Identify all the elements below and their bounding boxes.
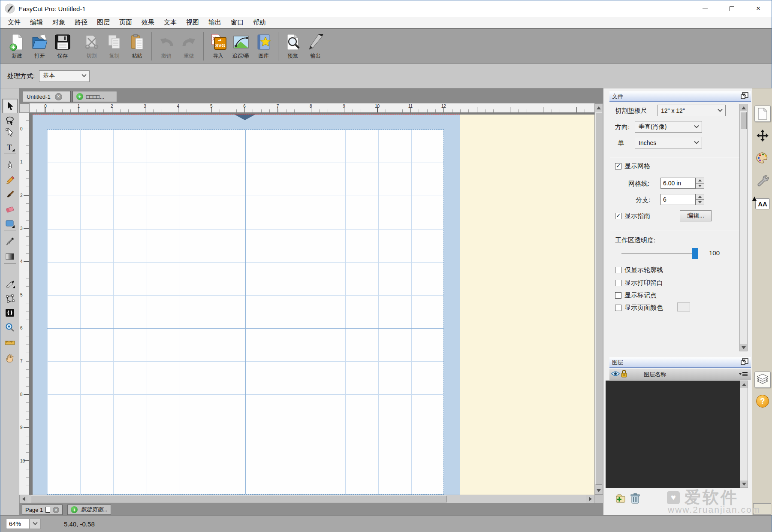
save-button[interactable]: 保存 bbox=[51, 33, 74, 60]
node-edit-tool[interactable] bbox=[4, 292, 15, 305]
maximize-button[interactable] bbox=[718, 0, 745, 17]
menu-file[interactable]: 文件 bbox=[3, 18, 25, 27]
layer-lock-icon[interactable] bbox=[621, 370, 627, 379]
layer-visibility-eye-icon[interactable] bbox=[611, 371, 620, 378]
gridline-stepper[interactable] bbox=[696, 178, 704, 189]
zoom-dropdown-button[interactable] bbox=[30, 519, 41, 529]
import-button[interactable]: SVG 导入 bbox=[207, 33, 229, 60]
scroll-down-button[interactable] bbox=[740, 481, 748, 487]
shape-tool[interactable] bbox=[4, 217, 15, 230]
select-tool[interactable] bbox=[2, 99, 18, 113]
vertical-scroll-thumb[interactable] bbox=[595, 112, 602, 485]
knife-tool[interactable] bbox=[4, 277, 15, 290]
tab-page-1[interactable]: Page 1 × bbox=[22, 505, 63, 515]
pan-hand-tool[interactable] bbox=[4, 351, 15, 364]
minimize-button[interactable] bbox=[692, 0, 718, 17]
trace-button[interactable]: 追踪/摹 bbox=[229, 33, 252, 60]
contour-tool[interactable] bbox=[4, 306, 15, 319]
show-grid-checkbox[interactable]: 显示网格 bbox=[615, 162, 650, 170]
horizontal-scrollbar[interactable] bbox=[19, 495, 594, 503]
opacity-slider-handle[interactable] bbox=[692, 248, 698, 259]
scroll-down-button[interactable] bbox=[595, 487, 603, 494]
scroll-down-button[interactable] bbox=[740, 344, 747, 351]
zoom-level-input[interactable]: 64% bbox=[6, 519, 29, 529]
layers-menu-icon[interactable] bbox=[739, 371, 748, 378]
edit-guides-button[interactable]: 编辑... bbox=[680, 210, 712, 221]
tab-close-icon[interactable]: × bbox=[55, 93, 62, 100]
tab-new-document[interactable]: + □□□□... bbox=[72, 91, 117, 102]
menu-view[interactable]: 视图 bbox=[181, 18, 204, 27]
pen-tool[interactable] bbox=[4, 159, 15, 172]
scroll-up-button[interactable] bbox=[740, 381, 748, 388]
undo-button[interactable]: 撤销 bbox=[155, 33, 178, 60]
subdivisions-stepper[interactable] bbox=[696, 194, 704, 205]
paste-button[interactable]: 粘贴 bbox=[126, 33, 148, 60]
vertical-scrollbar[interactable] bbox=[594, 103, 603, 495]
close-button[interactable]: × bbox=[745, 0, 772, 17]
opacity-slider-track[interactable] bbox=[621, 253, 694, 254]
menu-window[interactable]: 窗口 bbox=[226, 18, 248, 27]
dock-file-page-icon[interactable] bbox=[754, 106, 771, 122]
scroll-up-button[interactable] bbox=[595, 104, 603, 112]
file-panel-scroll-thumb[interactable] bbox=[740, 112, 747, 129]
open-button[interactable]: 打开 bbox=[28, 33, 51, 60]
scroll-left-button[interactable] bbox=[20, 495, 27, 503]
gridline-input[interactable] bbox=[660, 178, 696, 189]
dock-layers-icon[interactable] bbox=[754, 372, 771, 388]
show-guides-checkbox[interactable]: 显示指南 bbox=[615, 212, 650, 220]
tab-new-page[interactable]: + 新建页面... bbox=[67, 505, 111, 515]
eraser-tool[interactable] bbox=[4, 203, 15, 216]
eyedropper-tool[interactable] bbox=[4, 235, 15, 248]
redo-button[interactable]: 重做 bbox=[178, 33, 200, 60]
scroll-right-button[interactable] bbox=[586, 495, 594, 503]
menu-help[interactable]: 帮助 bbox=[248, 18, 271, 27]
dock-wrench-icon[interactable] bbox=[754, 172, 771, 189]
zoom-tool[interactable] bbox=[4, 321, 15, 334]
output-button[interactable]: 输出 bbox=[304, 33, 327, 60]
canvas-viewport[interactable] bbox=[30, 113, 594, 495]
popout-icon[interactable] bbox=[741, 92, 748, 100]
menu-effects[interactable]: 效果 bbox=[137, 18, 159, 27]
delete-layer-trash-icon[interactable] bbox=[630, 493, 640, 506]
new-button[interactable]: 新建 bbox=[6, 33, 28, 60]
menu-output[interactable]: 输出 bbox=[204, 18, 226, 27]
pencil-tool[interactable] bbox=[4, 174, 15, 187]
process-mode-select[interactable]: 基本 bbox=[39, 70, 90, 82]
tab-untitled-1[interactable]: Untitled-1 × bbox=[23, 91, 71, 102]
menu-object[interactable]: 对象 bbox=[48, 18, 70, 27]
dock-help-icon[interactable]: ? bbox=[754, 393, 771, 409]
layers-panel-scrollbar[interactable] bbox=[740, 381, 748, 488]
direct-select-tool[interactable] bbox=[4, 126, 15, 139]
print-margin-checkbox[interactable]: 显示打印留白 bbox=[615, 279, 663, 287]
page-color-checkbox[interactable]: 显示页面颜色 bbox=[615, 304, 663, 312]
measure-ruler-tool[interactable] bbox=[4, 336, 15, 349]
dock-palette-icon[interactable] bbox=[754, 150, 771, 166]
add-layer-button[interactable] bbox=[614, 493, 626, 506]
menu-layer[interactable]: 图层 bbox=[92, 18, 115, 27]
subdivisions-input[interactable] bbox=[660, 194, 696, 205]
gradient-tool[interactable] bbox=[4, 250, 15, 263]
page-close-icon[interactable]: × bbox=[53, 507, 59, 513]
menu-edit[interactable]: 编辑 bbox=[25, 18, 48, 27]
file-panel-scrollbar[interactable] bbox=[739, 104, 748, 351]
text-tool[interactable]: T bbox=[4, 141, 15, 154]
library-button[interactable]: 图库 bbox=[252, 33, 275, 60]
cut-button[interactable]: 切割 bbox=[80, 33, 103, 60]
horizontal-scroll-thumb[interactable] bbox=[31, 496, 447, 502]
preview-button[interactable]: 预览 bbox=[281, 33, 304, 60]
dock-move-icon[interactable] bbox=[754, 128, 771, 144]
scroll-up-button[interactable] bbox=[740, 104, 747, 111]
brush-tool[interactable] bbox=[4, 188, 15, 201]
lasso-tool[interactable] bbox=[4, 114, 15, 127]
mat-size-select[interactable]: 12" x 12" bbox=[657, 105, 726, 116]
units-select[interactable]: Inches bbox=[635, 137, 702, 148]
menu-page[interactable]: 页面 bbox=[115, 18, 137, 27]
layers-list[interactable] bbox=[606, 381, 740, 488]
popout-icon[interactable] bbox=[741, 358, 748, 366]
reg-marks-checkbox[interactable]: 显示标记点 bbox=[615, 291, 657, 299]
dock-fonts-icon[interactable]: AA bbox=[754, 196, 771, 212]
page-color-swatch[interactable] bbox=[677, 302, 690, 311]
menu-text[interactable]: 文本 bbox=[159, 18, 181, 27]
outline-only-checkbox[interactable]: 仅显示轮廓线 bbox=[615, 266, 663, 274]
copy-button[interactable]: 复制 bbox=[103, 33, 126, 60]
